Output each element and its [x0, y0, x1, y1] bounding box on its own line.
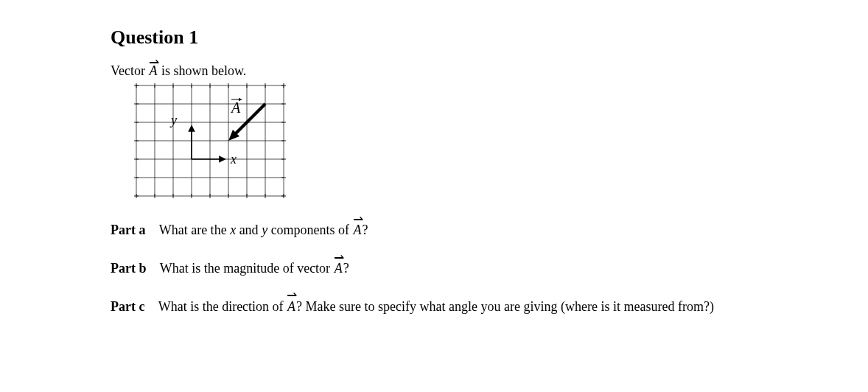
- page: may not talk to anyone during the exam. …: [0, 0, 868, 318]
- part-a: Part a What are the x and y components o…: [111, 220, 757, 241]
- part-c-text-2: ? Make sure to specify what angle you ar…: [296, 299, 714, 314]
- svg-marker-51: [189, 126, 195, 131]
- part-b-label: Part b: [111, 261, 147, 276]
- part-a-label: Part a: [111, 223, 145, 237]
- x-axis-label: x: [230, 152, 237, 167]
- svg-marker-49: [220, 157, 225, 162]
- x-var: x: [230, 223, 236, 237]
- vector-arrow-icon: ⇀: [149, 57, 159, 69]
- intro-line: Vector ⇀ A is shown below.: [111, 63, 757, 79]
- vector-arrow-icon: ⇀: [353, 214, 363, 226]
- vector-A-symbol: ⇀ A: [148, 63, 158, 79]
- y-var: y: [262, 223, 267, 237]
- question-title: Question 1: [111, 27, 757, 49]
- part-c: Part c What is the direction of ⇀ A ? Ma…: [111, 297, 757, 318]
- y-axis-label: y: [169, 113, 177, 127]
- part-a-text-2: and: [239, 223, 262, 237]
- vector-A-symbol: ⇀ A: [353, 220, 363, 241]
- vector-arrow-icon: ⇀: [287, 290, 297, 302]
- intro-prefix: Vector: [111, 63, 148, 78]
- part-a-text-3: components of: [271, 223, 353, 237]
- part-b-text-1: What is the magnitude of vector: [160, 261, 334, 276]
- part-c-text-1: What is the direction of: [158, 299, 287, 314]
- vector-figure: A x y: [133, 82, 757, 203]
- part-a-text-1: What are the: [159, 223, 230, 237]
- part-b: Part b What is the magnitude of vector ⇀…: [111, 259, 757, 279]
- vector-arrow-icon: ⇀: [334, 252, 344, 265]
- svg-text:A: A: [230, 99, 241, 116]
- axes: [189, 126, 225, 162]
- intro-suffix: is shown below.: [161, 63, 246, 78]
- grid: [134, 83, 286, 198]
- vector-A-symbol: ⇀ A: [287, 297, 296, 318]
- vector-plot-svg: A x y: [133, 82, 287, 200]
- vector-A-label: A: [230, 98, 242, 116]
- part-c-label: Part c: [111, 299, 144, 314]
- vector-A-symbol: ⇀ A: [334, 259, 343, 279]
